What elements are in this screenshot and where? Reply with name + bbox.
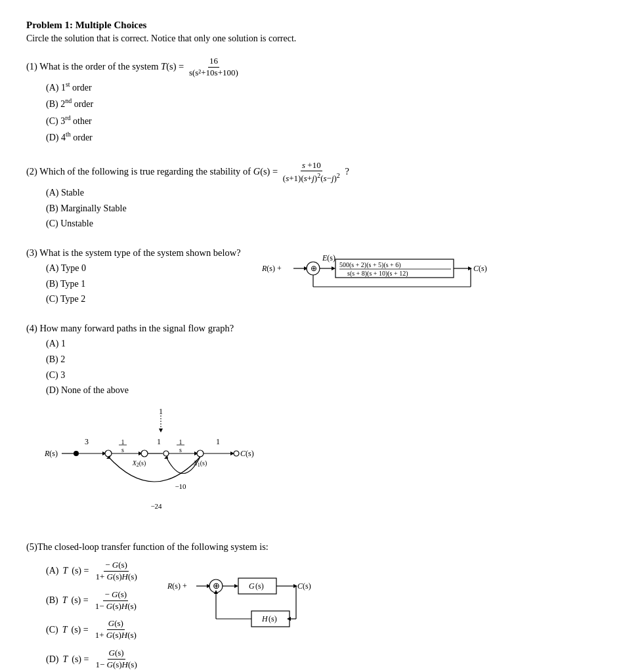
question-3: (3) What is the system type of the syste… [26,246,597,307]
q1-option-a: (A) 1st order [46,79,597,95]
question-4: (4) How many forward paths in the signal… [26,322,597,526]
q4-options: (A) 1 (B) 2 (C) 3 (D) None of the above [46,336,597,398]
q5-d-Ts: T [62,652,68,667]
q1-options: (A) 1st order (B) 2nd order (C) 3rd othe… [46,79,597,146]
q2-option-b: (B) Marginally Stable [46,201,597,217]
svg-marker-20 [159,429,163,432]
q2-Gs: (s) = [260,166,280,177]
svg-text:R(s) +: R(s) + [167,581,187,591]
q5-d-label: (D) [46,652,58,667]
svg-text:−24: −24 [150,502,162,510]
question-5: (5)The closed-loop transfer function of … [26,540,597,672]
svg-text:C(s): C(s) [297,581,311,591]
svg-text:X1(s): X1(s) [193,459,207,468]
svg-text:(s): (s) [255,581,264,591]
q5-a-fraction: − G(s) 1+ G(s)H(s) [94,560,138,583]
svg-text:500(s + 2)(s + 5)(s + 6): 500(s + 2)(s + 5)(s + 6) [339,261,401,269]
svg-text:C(s): C(s) [240,449,254,458]
q5-option-c: (C) T(s) = G(s) 1+ G(s)H(s) [46,618,140,641]
svg-point-23 [74,451,79,456]
svg-text:1: 1 [157,437,161,446]
q4-option-d: (D) None of the above [46,383,597,398]
q3-option-b: (B) Type 1 [46,276,241,292]
svg-text:1: 1 [121,438,125,446]
q2-text: (2) Which of the following is true regar… [26,166,251,177]
svg-text:R(s): R(s) [44,449,58,458]
q1-text: (1) What is the order of the system [26,61,158,72]
q5-d-fraction: G(s) 1− G(s)H(s) [94,648,138,671]
q1-T: T [161,61,166,72]
svg-text:E(s): E(s) [322,253,335,262]
q3-options: (A) Type 0 (B) Type 1 (C) Type 2 [46,261,241,307]
svg-text:s: s [121,446,124,453]
q2-option-a: (A) Stable [46,185,597,201]
q5-c-label: (C) [46,622,58,638]
question-2: (2) Which of the following is true regar… [26,160,597,232]
q5-a-label: (A) [46,563,58,579]
q3-left: (3) What is the system type of the syste… [26,246,241,307]
q2-option-c: (C) Unstable [46,216,597,232]
instruction: Circle the solution that is correct. Not… [26,33,597,44]
svg-text:X2(s): X2(s) [132,459,146,468]
q5-c-Ts: T [62,622,68,638]
svg-point-33 [141,450,148,457]
q4-option-b: (B) 2 [46,352,597,368]
q5-b-fraction: − G(s) 1− G(s)H(s) [94,589,138,612]
svg-text:1: 1 [216,437,220,446]
q4-text: (4) How many forward paths in the signal… [26,322,597,336]
svg-point-48 [234,451,239,456]
q3-diagram: R(s) + ⊕ E(s) 500(s + 2)(s + 5)(s + 6) s… [261,247,510,296]
svg-point-37 [163,451,169,456]
q5-option-a: (A) T(s) = − G(s) 1+ G(s)H(s) [46,560,140,583]
svg-text:3: 3 [85,437,89,446]
q2-G: G [253,166,260,177]
svg-text:H: H [261,614,269,623]
q5-a-Ts: T [62,563,68,579]
svg-text:C(s): C(s) [473,264,487,273]
svg-text:s: s [179,446,182,453]
sfg-svg: 1 R(s) 3 1 s [39,405,302,523]
q4-option-c: (C) 3 [46,368,597,383]
q3-option-c: (C) Type 2 [46,291,241,307]
q1-option-d: (D) 4th order [46,129,597,145]
svg-text:−10: −10 [175,482,186,490]
q1-option-c: (C) 3rd other [46,112,597,129]
q5-options-col: (A) T(s) = − G(s) 1+ G(s)H(s) (B) T(s) =… [46,560,140,672]
svg-text:(s): (s) [269,614,277,623]
svg-marker-13 [468,266,472,270]
q1-option-b: (B) 2nd order [46,95,597,112]
svg-text:R(s) +: R(s) + [261,264,282,273]
q3-block-diagram-svg: R(s) + ⊕ E(s) 500(s + 2)(s + 5)(s + 6) s… [261,247,510,293]
q5-text: (5)The closed-loop transfer function of … [26,540,597,555]
svg-text:G: G [249,581,255,591]
q5-c-fraction: G(s) 1+ G(s)H(s) [94,618,138,641]
problem-title: Problem 1: Multiple Choices [26,20,597,31]
q5-diagram: R(s) + ⊕ − G (s) C(s) [166,560,350,648]
q5-b-Ts: T [62,593,68,608]
svg-text:s(s + 8)(s + 10)(s + 12): s(s + 8)(s + 10)(s + 12) [347,270,408,278]
q2-qmark: ? [345,166,349,177]
question-1: (1) What is the order of the system T(s)… [26,56,597,146]
svg-marker-7 [332,266,335,270]
q5-option-b: (B) T(s) = − G(s) 1− G(s)H(s) [46,589,140,612]
q5-block-diagram-svg: R(s) + ⊕ − G (s) C(s) [166,560,350,645]
q3-option-a: (A) Type 0 [46,261,241,276]
svg-text:1: 1 [159,407,163,416]
q3-text: (3) What is the system type of the syste… [26,246,241,261]
q5-option-d: (D) T(s) = G(s) 1− G(s)H(s) [46,648,140,671]
svg-text:1: 1 [179,438,183,446]
q1-Ts: (s) = [166,61,186,72]
q1-fraction: 16 s(s²+10s+100) [188,56,240,79]
svg-point-27 [105,450,112,457]
svg-marker-61 [234,584,238,588]
svg-text:⊕: ⊕ [311,264,317,273]
svg-point-43 [197,450,204,457]
signal-flow-graph: 1 R(s) 3 1 s [39,405,597,526]
q5-b-label: (B) [46,593,58,608]
q4-option-a: (A) 1 [46,336,597,352]
q2-fraction: s +10 (s+1)(s+j)2(s−j)2 [282,160,341,185]
q2-options: (A) Stable (B) Marginally Stable (C) Uns… [46,185,597,232]
